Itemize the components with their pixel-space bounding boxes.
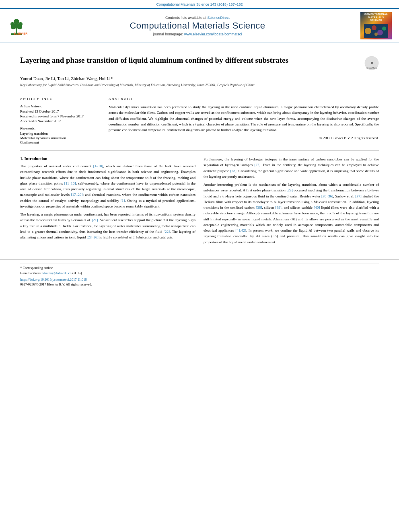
received-date-1: Received 13 October 2017 — [20, 109, 101, 113]
contents-available: Contents lists available at ScienceDirec… — [39, 16, 356, 20]
accepted-date: Accepted 8 November 2017 — [20, 119, 101, 123]
email-footer: E-mail address: lihuihny@sdu.edu.cn (H. … — [20, 271, 379, 275]
svg-point-14 — [382, 27, 386, 31]
article-info-label: ARTICLE INFO — [20, 97, 101, 101]
copyright: © 2017 Elsevier B.V. All rights reserved… — [109, 136, 379, 140]
svg-point-13 — [377, 30, 383, 35]
keywords-label: Keywords: — [20, 126, 101, 130]
authors: Yunrui Duan, Jie Li, Tao Li, Zhichao Wan… — [20, 76, 379, 81]
svg-text:ELSEVIER: ELSEVIER — [14, 32, 28, 35]
column-right: Furthermore, the layering of hydrogen is… — [204, 156, 379, 247]
footer-rights: 0927-0256/© 2017 Elsevier B.V. All right… — [20, 282, 379, 286]
intro-col2-paragraph-2: Another interesting problem is the mecha… — [204, 182, 379, 245]
article-abstract: ABSTRACT Molecular dynamics simulation h… — [109, 97, 379, 145]
journal-cover-image: COMPUTATIONALMATERIALSSCIENCE — [360, 12, 392, 39]
svg-point-15 — [374, 33, 378, 36]
crossmark-logo[interactable]: ✕ CrossMark — [364, 56, 379, 73]
journal-reference: Computational Materials Science 143 (201… — [0, 0, 399, 8]
email-link[interactable]: lihuihny@sdu.edu.cn — [42, 271, 72, 275]
keyword-2: Molecular dynamics simulation — [20, 136, 101, 140]
intro-paragraph-2: The layering, a magic phenomenon under c… — [20, 212, 195, 240]
article-body: Layering and phase transition of liquid … — [0, 43, 399, 255]
keyword-1: Layering transition — [20, 131, 101, 136]
journal-header: ELSEVIER Contents lists available at Sci… — [0, 8, 399, 43]
svg-point-7 — [14, 19, 19, 25]
journal-title: Computational Materials Science — [39, 21, 356, 31]
column-left: 1. Introduction The properties of materi… — [20, 156, 195, 247]
main-content: 1. Introduction The properties of materi… — [20, 156, 379, 247]
journal-cover: COMPUTATIONALMATERIALSSCIENCE — [360, 12, 393, 39]
svg-point-12 — [372, 25, 376, 30]
svg-point-11 — [365, 28, 371, 34]
history-label: Article history: — [20, 104, 101, 108]
corresponding-author-note: * Corresponding author. — [20, 266, 379, 270]
svg-text:✕: ✕ — [370, 61, 374, 66]
abstract-label: ABSTRACT — [109, 97, 379, 101]
doi-link[interactable]: https://doi.org/10.1016/j.commatsci.2017… — [20, 277, 87, 281]
affiliation: Key Laboratory for Liquid-Solid Structur… — [20, 83, 379, 91]
abstract-text: Molecular dynamics simulation has been p… — [109, 104, 379, 133]
received-date-2: Received in revised form 7 November 2017 — [20, 114, 101, 118]
article-info-section: ARTICLE INFO Article history: Received 1… — [20, 97, 379, 151]
article-info: ARTICLE INFO Article history: Received 1… — [20, 97, 101, 145]
keyword-3: Confinement — [20, 140, 101, 144]
journal-homepage: journal homepage: www.elsevier.com/locat… — [39, 32, 356, 36]
article-title: Layering and phase transition of liquid … — [20, 55, 356, 66]
intro-col2-paragraph-1: Furthermore, the layering of hydrogen is… — [204, 156, 379, 179]
svg-text:CrossMark: CrossMark — [366, 67, 377, 69]
article-title-section: Layering and phase transition of liquid … — [20, 55, 379, 73]
journal-center-header: Contents lists available at ScienceDirec… — [39, 16, 356, 36]
intro-heading: 1. Introduction — [20, 156, 195, 161]
elsevier-logo: ELSEVIER — [6, 15, 35, 36]
intro-paragraph-1: The properties of material under confine… — [20, 163, 195, 209]
article-footer: * Corresponding author. E-mail address: … — [0, 259, 399, 291]
